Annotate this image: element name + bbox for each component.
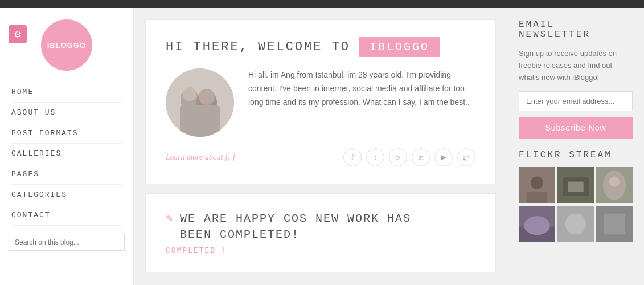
flickr-thumb-4[interactable] <box>519 206 555 242</box>
main-layout: ⚙ IBLOGGO HOMEABOUT USPOST FORMATSGALLER… <box>0 8 644 285</box>
flickr-grid <box>519 167 633 242</box>
about-avatar <box>166 68 234 137</box>
subscribe-button[interactable]: Subscribe Now <box>519 117 633 139</box>
logo: IBLOGGO <box>41 19 92 71</box>
svg-point-17 <box>524 217 550 235</box>
flickr-thumb-1[interactable] <box>519 167 555 203</box>
about-footer: Learn more about [..] f t p in ▶ g+ <box>166 148 475 166</box>
about-card: HI THERE, WELCOME TO IBLOGGO Hi all. im <box>145 19 496 184</box>
svg-rect-5 <box>180 105 220 137</box>
right-sidebar: EMAILNEWSLETTER Sign up to receive updat… <box>507 8 644 285</box>
flickr-widget: FLICKR STREAM <box>519 150 633 242</box>
nav-item-contact[interactable]: CONTACT <box>11 205 122 226</box>
newsletter-widget: EMAILNEWSLETTER Sign up to receive updat… <box>519 19 633 139</box>
flickr-thumb-6[interactable] <box>596 206 633 242</box>
googleplus-icon[interactable]: g+ <box>457 148 475 166</box>
post-card: ✎ WE ARE HAPPY COS NEW WORK HASBEEN COMP… <box>145 193 496 272</box>
gear-icon: ⚙ <box>14 29 22 40</box>
svg-point-4 <box>199 89 215 105</box>
about-text: Hi all. im Ang from Istanbul. im 28 year… <box>248 68 475 109</box>
gear-button[interactable]: ⚙ <box>9 25 27 43</box>
post-title-wrap: WE ARE HAPPY COS NEW WORK HASBEEN COMPLE… <box>180 211 411 243</box>
svg-point-14 <box>609 177 620 187</box>
youtube-icon[interactable]: ▶ <box>434 148 453 166</box>
post-header: ✎ WE ARE HAPPY COS NEW WORK HASBEEN COMP… <box>166 211 475 243</box>
main-content: HI THERE, WELCOME TO IBLOGGO Hi all. im <box>134 8 507 285</box>
about-body: Hi all. im Ang from Istanbul. im 28 year… <box>166 68 475 137</box>
post-title: WE ARE HAPPY COS NEW WORK HASBEEN COMPLE… <box>180 211 411 243</box>
nav-item-categories[interactable]: CATEGORIES <box>11 185 122 205</box>
flickr-thumb-2[interactable] <box>557 167 594 203</box>
flickr-title: FLICKR STREAM <box>519 150 633 160</box>
about-header: HI THERE, WELCOME TO IBLOGGO <box>166 37 475 57</box>
search-input[interactable] <box>9 234 125 251</box>
svg-rect-21 <box>604 214 625 235</box>
nav-item-pages[interactable]: PAGES <box>11 164 122 185</box>
nav-item-post-formats[interactable]: POST FORMATS <box>11 123 122 144</box>
svg-point-19 <box>565 214 586 235</box>
newsletter-title: EMAILNEWSLETTER <box>519 19 633 40</box>
pinterest-icon[interactable]: p <box>389 148 407 166</box>
linkedin-icon[interactable]: in <box>412 148 430 166</box>
svg-rect-8 <box>527 192 548 203</box>
flickr-thumb-5[interactable] <box>557 206 594 242</box>
about-title-prefix: HI THERE, WELCOME TO <box>166 40 350 54</box>
email-input[interactable] <box>519 91 633 111</box>
svg-point-3 <box>183 87 196 101</box>
nav-item-about-us[interactable]: ABOUT US <box>11 103 122 123</box>
learn-more-link[interactable]: Learn more about [..] <box>166 153 235 162</box>
nav-menu: HOMEABOUT USPOST FORMATSGALLERIESPAGESCA… <box>0 82 133 226</box>
nav-item-home[interactable]: HOME <box>11 82 122 103</box>
completed-badge: COMPLETED ! <box>166 246 475 255</box>
svg-point-7 <box>531 177 543 189</box>
twitter-icon[interactable]: t <box>366 148 384 166</box>
avatar-image <box>166 68 234 137</box>
flickr-thumb-3[interactable] <box>596 167 633 203</box>
nav-item-galleries[interactable]: GALLERIES <box>11 144 122 164</box>
top-bar <box>0 0 644 8</box>
logo-text: IBLOGGO <box>47 41 86 50</box>
ibloggo-badge: IBLOGGO <box>359 37 440 57</box>
edit-icon: ✎ <box>166 213 173 224</box>
newsletter-desc: Sign up to receive updates on freebie re… <box>519 48 633 83</box>
social-icons: f t p in ▶ g+ <box>343 148 475 166</box>
svg-rect-11 <box>568 182 583 192</box>
left-sidebar: ⚙ IBLOGGO HOMEABOUT USPOST FORMATSGALLER… <box>0 8 134 285</box>
facebook-icon[interactable]: f <box>343 148 362 166</box>
